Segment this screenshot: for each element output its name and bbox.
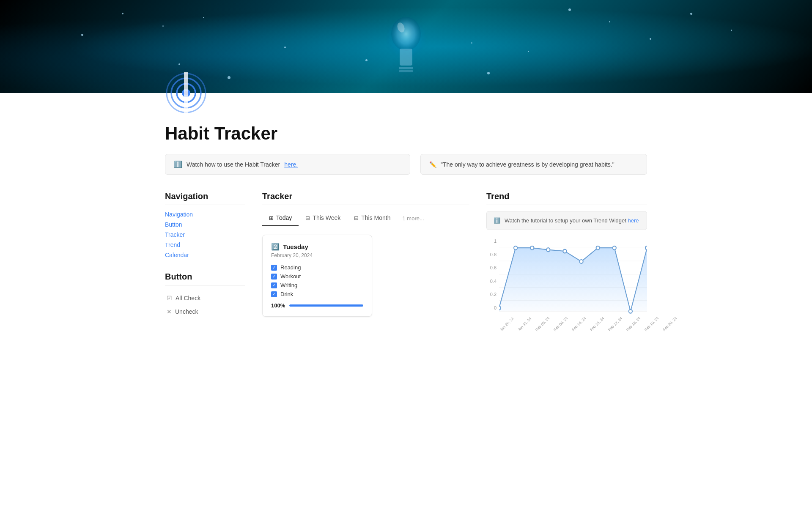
checkbox-writing[interactable]: ✓ [271,282,277,288]
progress-percent-label: 100% [271,302,285,309]
tab-more[interactable]: 1 more... [397,212,429,225]
info-row: ℹ️ Watch how to use the Habit Tracker he… [165,154,647,175]
tutorial-link[interactable]: here. [284,161,298,168]
today-tab-icon: ⊞ [269,215,274,221]
svg-rect-3 [399,67,413,69]
chart-dot-3 [546,248,550,252]
day-number-emoji: 2️⃣ [271,243,280,251]
info-icon: ℹ️ [174,160,182,168]
hero-banner [0,0,812,93]
navigation-column: Navigation Navigation Button Tracker Tre… [165,192,245,318]
all-check-label: All Check [176,295,200,301]
chart-wrapper: 1 0.8 0.6 0.4 0.2 0 [486,238,647,323]
chart-dot-6 [596,246,600,250]
chart-dot-9 [645,246,647,250]
habit-workout: ✓ Workout [271,273,363,280]
navigation-heading: Navigation [165,192,245,205]
hero-bulb-icon [381,4,431,89]
nav-links-list: Navigation Button Tracker Trend Calendar [165,211,245,258]
chart-dot-0 [499,306,501,310]
nav-link-navigation[interactable]: Navigation [165,211,245,218]
tab-this-month[interactable]: ⊟ This Month [347,211,397,226]
progress-bar-background [289,304,363,307]
nav-link-trend[interactable]: Trend [165,241,245,248]
chart-dot-1 [514,246,517,250]
card-date: February 20, 2024 [271,252,363,258]
svg-point-1 [391,17,421,51]
pencil-icon: ✏️ [429,161,436,168]
tab-today[interactable]: ⊞ Today [262,211,299,226]
svg-rect-11 [184,72,188,114]
tracker-heading: Tracker [262,192,469,205]
info-box-quote: ✏️ "The only way to achieve greatness is… [420,154,647,175]
week-tab-label: This Week [313,214,340,221]
tab-this-week[interactable]: ⊟ This Week [299,211,347,226]
today-tab-label: Today [276,214,292,221]
card-day-header: 2️⃣ Tuesday [271,243,363,251]
info-text: Watch how to use the Habit Tracker [187,161,280,168]
app-logo [165,72,207,114]
checkbox-drink[interactable]: ✓ [271,291,277,297]
trend-info-text: Watch the tutorial to setup your own Tre… [505,217,639,224]
uncheck-label: Uncheck [175,308,198,315]
svg-rect-2 [400,49,412,66]
trend-chart: Jan 28, 24 Jan 31, 24 Feb 05, 24 Feb 06,… [499,238,647,323]
chart-dot-8 [629,310,632,313]
main-grid: Navigation Navigation Button Tracker Tre… [165,192,647,323]
habit-reading: ✓ Reading [271,264,363,271]
svg-rect-4 [399,70,413,72]
button-section-heading: Button [165,272,245,285]
chart-dot-4 [563,249,566,253]
month-tab-label: This Month [361,214,390,221]
habit-writing: ✓ Writing [271,282,363,288]
day-name: Tuesday [283,243,308,250]
info-box-tutorial: ℹ️ Watch how to use the Habit Tracker he… [165,154,410,175]
chart-dot-7 [613,246,616,250]
tracker-tabs: ⊞ Today ⊟ This Week ⊟ This Month 1 more.… [262,211,469,226]
checkbox-workout[interactable]: ✓ [271,274,277,280]
quote-text: "The only way to achieve greatness is by… [441,161,614,168]
progress-bar-fill [289,304,363,307]
nav-link-tracker[interactable]: Tracker [165,231,245,238]
chart-dot-5 [579,260,583,263]
chart-x-labels: Jan 28, 24 Jan 31, 24 Feb 05, 24 Feb 06,… [499,326,647,333]
habit-writing-label: Writing [280,282,297,288]
week-tab-icon: ⊟ [305,215,310,221]
habit-drink-label: Drink [280,291,293,297]
habit-reading-label: Reading [280,264,301,271]
trend-info-icon: ℹ️ [494,217,500,224]
check-grid-icon: ☑ [167,295,172,301]
chart-area-fill [499,248,647,311]
chart-dot-2 [530,246,534,250]
tracker-column: Tracker ⊞ Today ⊟ This Week ⊟ This Month… [262,192,469,317]
month-tab-icon: ⊟ [354,215,359,221]
uncheck-button[interactable]: ✕ Uncheck [165,305,245,318]
trend-chart-svg [499,238,647,323]
page-title: Habit Tracker [165,123,647,144]
trend-column: Trend ℹ️ Watch the tutorial to setup you… [486,192,647,323]
trend-info-box: ℹ️ Watch the tutorial to setup your own … [486,211,647,230]
nav-link-calendar[interactable]: Calendar [165,252,245,258]
chart-y-labels: 1 0.8 0.6 0.4 0.2 0 [486,238,498,310]
trend-tutorial-link[interactable]: here [628,217,639,224]
habit-workout-label: Workout [280,273,301,280]
checkbox-reading[interactable]: ✓ [271,265,277,271]
trend-heading: Trend [486,192,647,205]
progress-row: 100% [271,302,363,309]
habit-drink: ✓ Drink [271,291,363,297]
today-card: 2️⃣ Tuesday February 20, 2024 ✓ Reading … [262,235,372,317]
button-section: Button ☑ All Check ✕ Uncheck [165,272,245,318]
all-check-button[interactable]: ☑ All Check [165,291,245,305]
x-icon: ✕ [167,308,172,315]
nav-link-button[interactable]: Button [165,221,245,228]
